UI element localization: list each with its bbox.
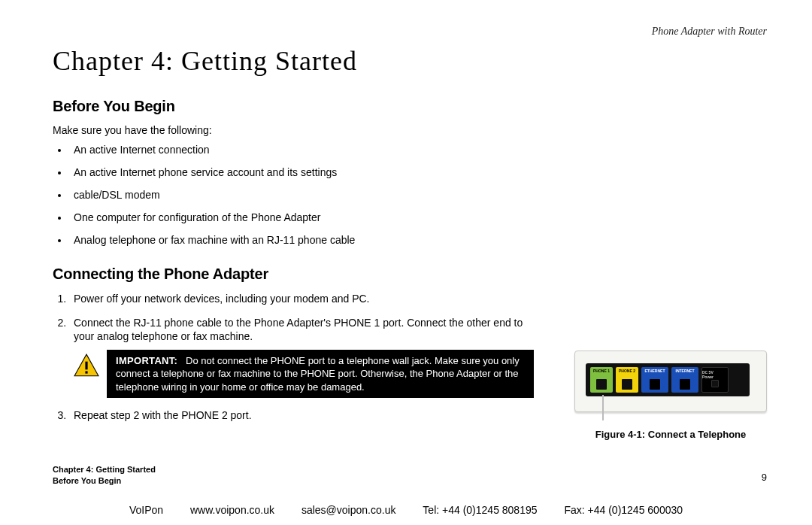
before-bullet-list: An active Internet connection An active … bbox=[53, 144, 767, 246]
important-label: IMPORTANT: bbox=[116, 355, 177, 366]
footer-url: www.voipon.co.uk bbox=[190, 504, 274, 516]
list-item: Connect the RJ-11 phone cable to the Pho… bbox=[69, 316, 534, 398]
list-item: Analog telephone or fax machine with an … bbox=[69, 234, 767, 246]
port-ethernet: ETHERNET bbox=[641, 367, 668, 393]
port-label: PHONE 1 bbox=[593, 369, 610, 373]
footer-fax: Fax: +44 (0)1245 600030 bbox=[564, 504, 683, 516]
important-callout: IMPORTANT: Do not connect the PHONE port… bbox=[74, 350, 534, 399]
list-item: cable/DSL modem bbox=[69, 189, 767, 201]
figure-caption: Figure 4-1: Connect a Telephone bbox=[574, 429, 767, 440]
page-number: 9 bbox=[762, 472, 767, 483]
footer-email: sales@voipon.co.uk bbox=[301, 504, 396, 516]
list-item: An active Internet connection bbox=[69, 144, 767, 156]
list-item: Power off your network devices, includin… bbox=[69, 292, 534, 305]
port-label: DC 5V Power bbox=[702, 371, 725, 379]
chapter-title: Chapter 4: Getting Started bbox=[53, 45, 767, 77]
device-illustration: PHONE 1 PHONE 2 ETHERNET INTERNET DC 5V … bbox=[574, 351, 767, 412]
port-label: PHONE 2 bbox=[619, 369, 635, 373]
svg-rect-2 bbox=[85, 371, 87, 373]
step-2-text: Connect the RJ-11 phone cable to the Pho… bbox=[74, 317, 523, 342]
device-back-panel: PHONE 1 PHONE 2 ETHERNET INTERNET DC 5V … bbox=[586, 363, 750, 396]
header-product-name: Phone Adapter with Router bbox=[652, 26, 767, 38]
footer-tel: Tel: +44 (0)1245 808195 bbox=[423, 504, 537, 516]
port-phone-1: PHONE 1 bbox=[590, 367, 613, 393]
port-internet: INTERNET bbox=[671, 367, 698, 393]
list-item: Repeat step 2 with the PHONE 2 port. bbox=[69, 408, 534, 422]
section-before-heading: Before You Begin bbox=[53, 98, 767, 115]
port-phone-2: PHONE 2 bbox=[616, 367, 638, 393]
before-intro-text: Make sure you have the following: bbox=[53, 124, 767, 136]
svg-rect-1 bbox=[85, 361, 87, 369]
connecting-steps-list: Power off your network devices, includin… bbox=[53, 292, 534, 422]
section-connecting-heading: Connecting the Phone Adapter bbox=[53, 266, 767, 283]
footer-chapter-ref: Chapter 4: Getting Started bbox=[53, 464, 156, 475]
list-item: An active Internet phone service account… bbox=[69, 166, 767, 178]
footer-meta: Chapter 4: Getting Started Before You Be… bbox=[53, 464, 156, 486]
port-label: ETHERNET bbox=[645, 369, 665, 373]
figure-4-1: PHONE 1 PHONE 2 ETHERNET INTERNET DC 5V … bbox=[574, 351, 767, 440]
port-power: DC 5V Power bbox=[701, 367, 729, 393]
list-item: One computer for configuration of the Ph… bbox=[69, 211, 767, 223]
footer-contact-bar: VoIPon www.voipon.co.uk sales@voipon.co.… bbox=[0, 504, 812, 516]
port-label: INTERNET bbox=[676, 369, 695, 373]
footer-section-ref: Before You Begin bbox=[53, 475, 156, 486]
warning-icon bbox=[74, 353, 99, 378]
important-box: IMPORTANT: Do not connect the PHONE port… bbox=[107, 350, 534, 399]
footer-company: VoIPon bbox=[129, 504, 163, 516]
phone-cable-illustration bbox=[602, 395, 604, 420]
